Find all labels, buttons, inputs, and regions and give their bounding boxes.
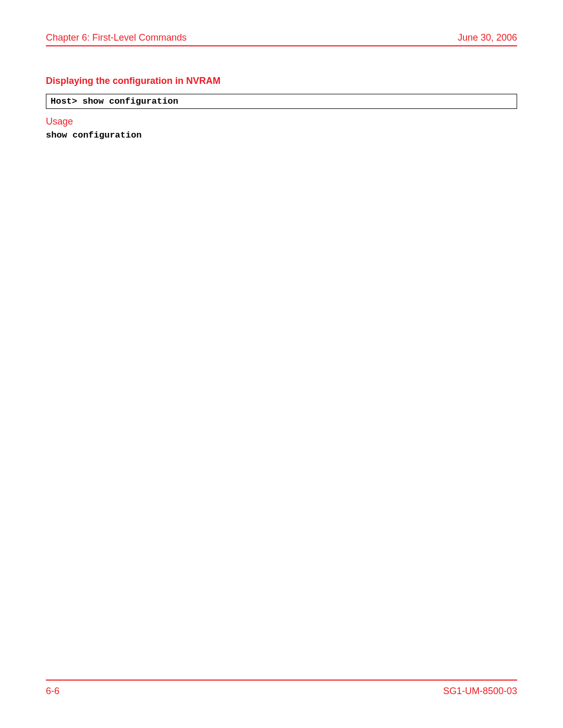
usage-command: show configuration xyxy=(46,130,517,140)
page-footer: 6-6 SG1-UM-8500-03 xyxy=(46,680,517,697)
page-content: Displaying the configuration in NVRAM Ho… xyxy=(46,46,517,680)
section-heading: Displaying the configuration in NVRAM xyxy=(46,76,517,87)
page-number: 6-6 xyxy=(46,686,59,697)
chapter-title: Chapter 6: First-Level Commands xyxy=(46,32,187,43)
document-page: Chapter 6: First-Level Commands June 30,… xyxy=(46,32,517,697)
usage-label: Usage xyxy=(46,116,517,127)
document-id: SG1-UM-8500-03 xyxy=(443,686,517,697)
page-header: Chapter 6: First-Level Commands June 30,… xyxy=(46,32,517,46)
document-date: June 30, 2006 xyxy=(458,32,517,43)
command-example-box: Host> show configuration xyxy=(46,94,517,109)
